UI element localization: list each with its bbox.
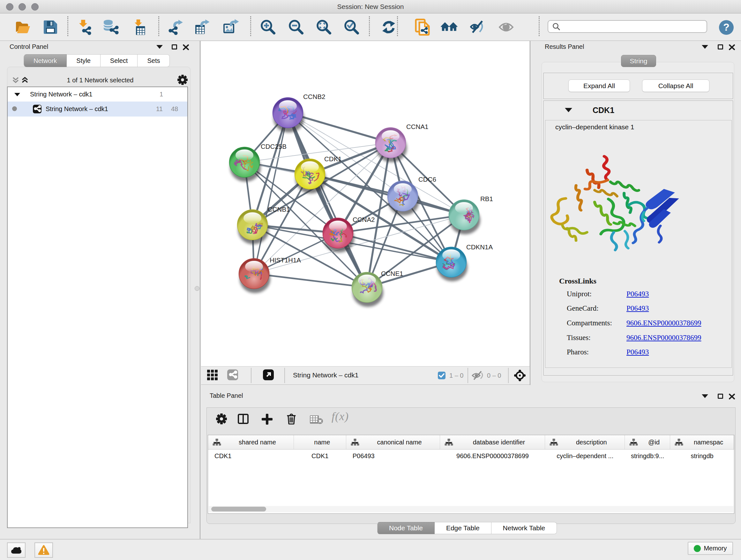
svg-text:CCNB1: CCNB1 <box>268 206 290 213</box>
svg-text:CCNB2: CCNB2 <box>303 93 326 100</box>
svg-text:CDK1: CDK1 <box>324 155 342 163</box>
svg-text:CCNE1: CCNE1 <box>381 270 403 277</box>
svg-text:RB1: RB1 <box>480 195 493 202</box>
svg-text:HIST1H1A: HIST1H1A <box>270 256 301 264</box>
svg-text:CDKN1A: CDKN1A <box>466 243 493 251</box>
svg-text:CDC25B: CDC25B <box>261 143 286 150</box>
svg-text:CCNA1: CCNA1 <box>406 123 428 130</box>
svg-text:CCNA2: CCNA2 <box>353 216 375 223</box>
svg-text:?: ? <box>723 21 730 33</box>
svg-text:CDC6: CDC6 <box>418 176 436 183</box>
